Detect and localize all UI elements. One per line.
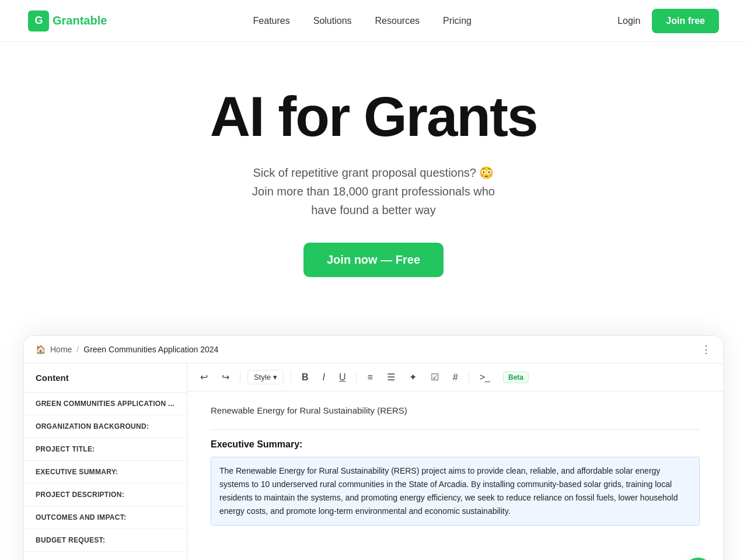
undo-button[interactable]: ↩ [197,369,211,385]
hashtag-button[interactable]: # [449,370,462,385]
sidebar-item-0[interactable]: GREEN COMMUNITIES APPLICATION ... [24,393,187,415]
app-preview-wrapper: 🏠 Home / Green Communities Application 2… [23,335,724,560]
exec-summary-label: Executive Summary: [211,439,700,450]
nav-pricing[interactable]: Pricing [443,16,472,26]
sidebar-header: Content [24,363,187,393]
breadcrumb-current: Green Communities Application 2024 [83,345,218,354]
cta-button[interactable]: Join now — Free [303,243,444,277]
bullet-list-button[interactable]: ≡ [364,370,376,385]
hero-subtitle-line3: have found a better way [23,201,724,219]
sidebar-item-4[interactable]: PROJECT DESCRIPTION: [24,484,187,506]
breadcrumb-left: 🏠 Home / Green Communities Application 2… [36,345,218,354]
hero-section: AI for Grants Sick of repetitive grant p… [0,42,747,312]
bold-button[interactable]: B [298,370,312,385]
nav-solutions[interactable]: Solutions [313,16,352,26]
home-icon: 🏠 [36,345,46,354]
style-label: Style [254,373,271,382]
redo-button[interactable]: ↪ [218,369,233,385]
ordered-list-button[interactable]: ☰ [383,369,399,385]
italic-button[interactable]: I [319,370,328,385]
magic-button[interactable]: ✦ [406,369,420,385]
login-link[interactable]: Login [617,16,640,26]
navbar: G Grantable Features Solutions Resources… [0,0,747,42]
kebab-menu-icon[interactable]: ⋮ [701,343,711,356]
app-sidebar: Content GREEN COMMUNITIES APPLICATION ..… [24,363,187,560]
checklist-button[interactable]: ☑ [427,369,442,385]
hero-title: AI for Grants [23,89,724,145]
chevron-down-icon: ▾ [273,373,277,382]
toolbar-divider-4 [469,372,469,383]
hero-subtitle-line1: Sick of repetitive grant proposal questi… [23,163,724,182]
toolbar-divider-1 [240,372,240,383]
hero-subtitle: Sick of repetitive grant proposal questi… [23,163,724,219]
code-button[interactable]: >_ [476,370,494,385]
editor-toolbar: ↩ ↪ Style ▾ B I U ≡ ☰ ✦ ☑ # [187,363,723,391]
logo-mark: G [28,10,49,32]
doc-title: Renewable Energy for Rural Sustainabilit… [211,405,700,415]
nav-features[interactable]: Features [253,16,290,26]
exec-summary-text[interactable]: The Renewable Energy for Rural Sustainab… [211,457,700,526]
app-breadcrumb: 🏠 Home / Green Communities Application 2… [24,336,723,363]
join-free-button[interactable]: Join free [652,9,719,33]
nav-actions: Login Join free [617,9,719,33]
sidebar-item-3[interactable]: EXECUTIVE SUMMARY: [24,461,187,484]
breadcrumb-home[interactable]: Home [50,345,72,354]
toolbar-divider-3 [356,372,357,383]
sidebar-item-1[interactable]: ORGANIZATION BACKGROUND: [24,415,187,438]
nav-links: Features Solutions Resources Pricing [253,16,472,26]
sidebar-item-5[interactable]: OUTCOMES AND IMPACT: [24,506,187,529]
section-divider [211,429,700,430]
hero-subtitle-line2: Join more than 18,000 grant professional… [23,182,724,201]
nav-resources[interactable]: Resources [375,16,420,26]
app-body: Content GREEN COMMUNITIES APPLICATION ..… [24,363,723,560]
sidebar-item-7[interactable]: SUSTAINABILITY PLAN: [24,552,187,560]
breadcrumb-separator: / [76,345,79,354]
app-main: ↩ ↪ Style ▾ B I U ≡ ☰ ✦ ☑ # [187,363,723,560]
sidebar-item-2[interactable]: PROJECT TITLE: [24,438,187,461]
beta-badge: Beta [503,372,529,383]
underline-button[interactable]: U [336,370,350,385]
editor-content[interactable]: Renewable Energy for Rural Sustainabilit… [187,391,723,560]
logo-text: Grantable [53,14,107,27]
logo[interactable]: G Grantable [28,10,107,32]
sidebar-item-6[interactable]: BUDGET REQUEST: [24,529,187,552]
app-preview: 🏠 Home / Green Communities Application 2… [23,335,724,560]
style-dropdown[interactable]: Style ▾ [247,370,284,384]
toolbar-divider-2 [291,372,291,383]
